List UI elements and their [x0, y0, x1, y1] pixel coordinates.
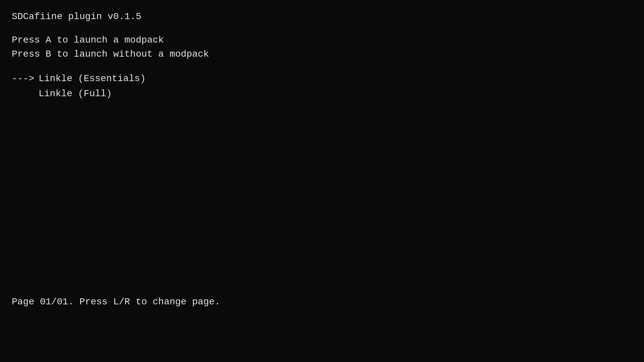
- plugin-title: SDCafiine plugin v0.1.5: [12, 10, 632, 23]
- modpack-name-full: Linkle (Full): [39, 86, 112, 102]
- page-info-text: Page 01/01. Press L/R to change page.: [12, 297, 220, 307]
- modpack-item-essentials[interactable]: ---> Linkle (Essentials): [12, 71, 632, 86]
- selection-arrow-essentials: --->: [12, 71, 39, 86]
- modpack-list: ---> Linkle (Essentials) Linkle (Full): [12, 71, 632, 102]
- no-arrow-full: [12, 86, 39, 102]
- instructions-block: Press A to launch a modpack Press B to l…: [12, 33, 632, 61]
- modpack-item-full[interactable]: Linkle (Full): [12, 86, 632, 102]
- main-screen: SDCafiine plugin v0.1.5 Press A to launc…: [0, 0, 644, 362]
- page-info: Page 01/01. Press L/R to change page.: [12, 295, 220, 308]
- instruction-launch-modpack: Press A to launch a modpack: [12, 33, 632, 47]
- instruction-launch-no-modpack: Press B to launch without a modpack: [12, 47, 632, 61]
- title-text: SDCafiine plugin v0.1.5: [12, 11, 141, 22]
- modpack-name-essentials: Linkle (Essentials): [39, 71, 146, 86]
